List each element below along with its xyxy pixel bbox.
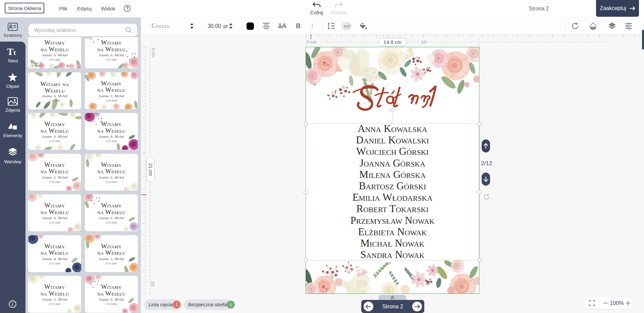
svg-text:T: T bbox=[7, 47, 13, 56]
svg-text:t: t bbox=[13, 48, 16, 56]
